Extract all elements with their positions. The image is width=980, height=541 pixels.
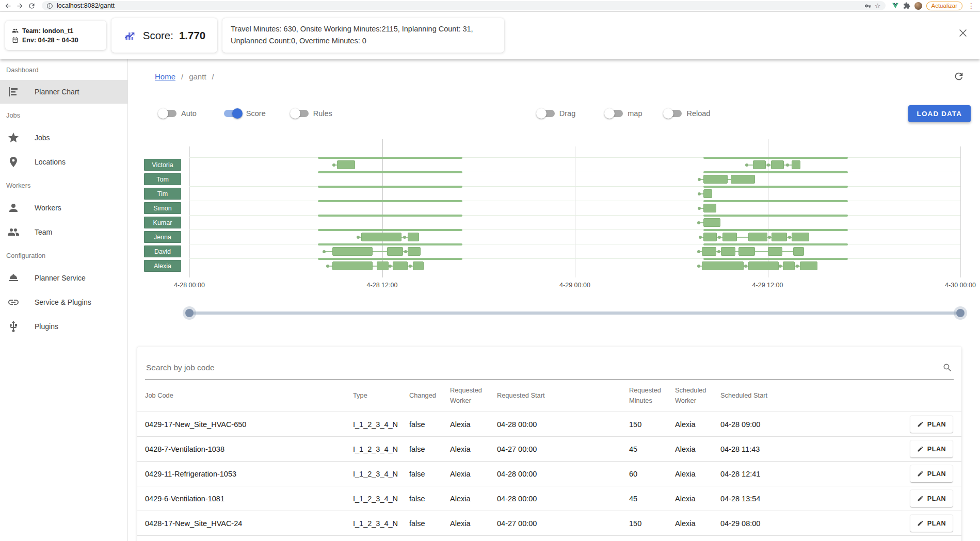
forward-icon[interactable] xyxy=(16,2,24,10)
toggle-map[interactable] xyxy=(605,110,623,117)
gantt-bar[interactable] xyxy=(702,247,716,256)
gantt-row-label: Tim xyxy=(144,188,181,200)
gantt-bar[interactable] xyxy=(738,247,754,256)
sidebar-item-planner-service[interactable]: Planner Service xyxy=(0,266,127,290)
plan-button[interactable]: PLAN xyxy=(910,416,953,433)
gantt-bar[interactable] xyxy=(377,261,389,270)
gantt-bar[interactable] xyxy=(748,261,779,270)
gantt-bar[interactable] xyxy=(771,160,784,169)
plan-button-label: PLAN xyxy=(927,421,946,428)
sidebar-item-workers[interactable]: Workers xyxy=(0,196,127,220)
url-bar[interactable]: localhost:8082/gantt ☆ xyxy=(42,1,886,10)
gantt-bar[interactable] xyxy=(731,175,755,184)
team-env-card: Team: london_t1 Env: 04-28 ~ 04-30 xyxy=(5,21,106,50)
gantt-axis-tick-label: 4-29 12:00 xyxy=(752,282,783,289)
url-text[interactable]: localhost:8082/gantt xyxy=(57,2,861,9)
gantt-bar[interactable] xyxy=(792,233,809,241)
person-icon xyxy=(7,202,20,214)
sidebar-item-label: Jobs xyxy=(35,134,50,142)
actualizar-button[interactable]: Actualizar xyxy=(926,2,963,10)
gantt-bar[interactable] xyxy=(768,247,782,256)
key-icon[interactable] xyxy=(864,3,871,9)
table-header-changed: Changed xyxy=(409,390,450,401)
toggle-group-rules: Rules xyxy=(291,109,332,118)
score-chart-icon xyxy=(123,28,137,42)
browser-menu-icon[interactable]: ⋮ xyxy=(967,2,976,9)
gantt-bar[interactable] xyxy=(361,233,401,241)
toggle-auto[interactable] xyxy=(159,110,176,117)
close-icon[interactable] xyxy=(957,27,969,39)
table-cell: false xyxy=(409,519,450,528)
sidebar-item-jobs[interactable]: Jobs xyxy=(0,126,127,150)
gantt-bar[interactable] xyxy=(722,233,737,241)
gantt-bar[interactable] xyxy=(332,247,373,256)
gantt-bar[interactable] xyxy=(702,261,744,270)
working-window xyxy=(703,258,848,260)
gantt-bar[interactable] xyxy=(783,261,795,270)
gantt-bar[interactable] xyxy=(792,160,800,169)
plan-button[interactable]: PLAN xyxy=(910,490,953,507)
gantt-bar[interactable] xyxy=(703,204,716,212)
service-bell-icon xyxy=(7,272,20,284)
gantt-dot xyxy=(717,250,720,253)
sidebar-item-service-plugins[interactable]: Service & Plugins xyxy=(0,290,127,314)
gantt-dot xyxy=(323,250,326,253)
gantt-bar[interactable] xyxy=(793,247,804,256)
extensions-puzzle-icon[interactable] xyxy=(903,2,910,9)
sidebar-section-label: Configuration xyxy=(0,244,127,266)
plan-button[interactable]: PLAN xyxy=(910,465,953,482)
gantt-bar[interactable] xyxy=(337,160,355,169)
bookmark-star-icon[interactable]: ☆ xyxy=(875,3,881,9)
table-cell: 45 xyxy=(629,445,675,453)
toggle-reload[interactable] xyxy=(664,110,682,117)
search-input[interactable] xyxy=(145,363,506,373)
plan-button[interactable]: PLAN xyxy=(910,440,953,457)
link-icon xyxy=(7,296,20,308)
gantt-bar[interactable] xyxy=(748,233,767,241)
gantt-row-label: Victoria xyxy=(144,159,181,171)
sidebar-item-plugins[interactable]: Plugins xyxy=(0,315,127,338)
sidebar-item-planner-chart[interactable]: Planner Chart xyxy=(0,80,127,104)
sidebar-item-label: Team xyxy=(35,228,52,236)
gantt-bar[interactable] xyxy=(408,247,421,256)
table-cell: I_1_2_3_4_N xyxy=(353,420,409,429)
gantt-bar[interactable] xyxy=(703,175,728,184)
gantt-bar[interactable] xyxy=(721,247,735,256)
load-data-button[interactable]: LOAD DATA xyxy=(908,105,971,122)
slider-handle-right[interactable] xyxy=(956,309,965,317)
gantt-bar[interactable] xyxy=(753,160,766,169)
info-icon[interactable] xyxy=(46,3,53,9)
avatar[interactable] xyxy=(914,2,922,10)
working-window xyxy=(703,186,848,188)
gantt-bar[interactable] xyxy=(703,233,717,241)
gantt-bar[interactable] xyxy=(332,261,373,270)
time-range-slider-track[interactable] xyxy=(189,312,960,315)
gantt-bar[interactable] xyxy=(393,261,408,270)
plan-button[interactable]: PLAN xyxy=(910,515,953,532)
breadcrumb-home-link[interactable]: Home xyxy=(155,72,175,81)
slider-handle-left[interactable] xyxy=(185,309,194,317)
gantt-bar[interactable] xyxy=(408,233,419,241)
refresh-icon[interactable] xyxy=(953,71,965,82)
back-icon[interactable] xyxy=(4,2,12,10)
toggle-rules[interactable] xyxy=(291,110,309,117)
gantt-row-label: David xyxy=(144,245,181,257)
toggle-drag[interactable] xyxy=(537,110,555,117)
gantt-axis-tick-label: 4-28 00:00 xyxy=(174,282,205,289)
sidebar-item-team[interactable]: Team xyxy=(0,220,127,244)
reload-icon[interactable] xyxy=(28,2,36,10)
gantt-bar[interactable] xyxy=(703,189,712,198)
sidebar-item-locations[interactable]: Locations xyxy=(0,150,127,174)
working-window xyxy=(318,243,462,245)
toggle-score[interactable] xyxy=(224,110,242,117)
sidebar-item-label: Planner Chart xyxy=(35,88,79,96)
gantt-bar[interactable] xyxy=(387,247,403,256)
gantt-bar[interactable] xyxy=(703,218,720,227)
gantt-bar[interactable] xyxy=(800,261,817,270)
gantt-bar[interactable] xyxy=(772,233,787,241)
search-icon[interactable] xyxy=(942,363,953,373)
gantt-bar[interactable] xyxy=(413,261,424,270)
table-cell: 0428-17-New_Site_HVAC-24 xyxy=(145,519,353,528)
working-window xyxy=(703,243,848,245)
vue-devtools-icon[interactable] xyxy=(892,2,899,9)
